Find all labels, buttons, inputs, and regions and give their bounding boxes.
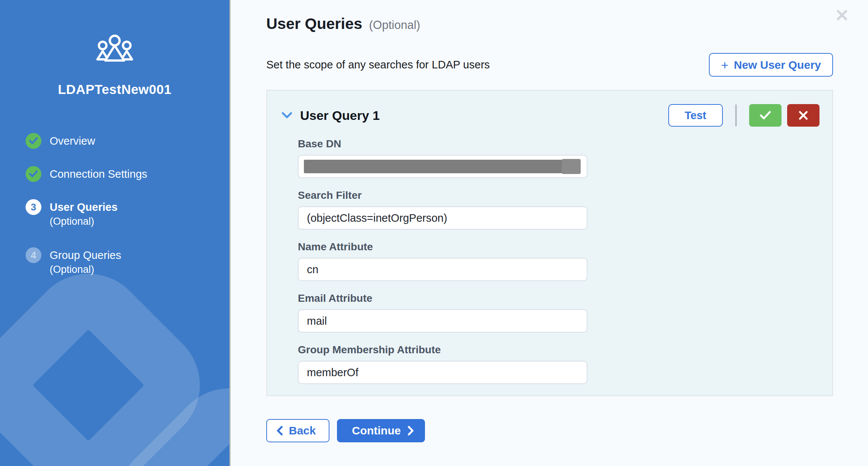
brand-watermark bbox=[0, 256, 231, 466]
back-label: Back bbox=[289, 424, 316, 437]
search-filter-input[interactable]: (objectClass=inetOrgPerson) bbox=[298, 206, 587, 230]
group-membership-attribute-label: Group Membership Attribute bbox=[298, 344, 587, 356]
name-attribute-field: Name Attribute cn bbox=[298, 241, 587, 281]
search-filter-value: (objectClass=inetOrgPerson) bbox=[307, 212, 447, 224]
query-actions: Test bbox=[668, 104, 819, 127]
continue-button[interactable]: Continue bbox=[337, 419, 425, 442]
email-attribute-input[interactable]: mail bbox=[298, 309, 587, 333]
plus-icon: + bbox=[721, 59, 728, 71]
user-query-panel: User Query 1 Test Base DN bbox=[266, 90, 833, 396]
redacted-value-cap bbox=[562, 159, 581, 174]
name-attribute-input[interactable]: cn bbox=[298, 258, 587, 281]
wizard-steps: Overview Connection Settings 3 User Quer… bbox=[26, 133, 229, 276]
sidebar-step-group-queries[interactable]: 4 Group Queries (Optional) bbox=[26, 247, 229, 276]
check-icon bbox=[759, 110, 771, 120]
back-button[interactable]: Back bbox=[266, 419, 329, 442]
step-number-badge: 4 bbox=[26, 247, 41, 263]
close-icon[interactable]: ✕ bbox=[835, 7, 849, 24]
wizard-footer: Back Continue bbox=[266, 419, 833, 442]
page-header: User Queries (Optional) bbox=[266, 15, 833, 33]
page-title: User Queries bbox=[266, 15, 362, 33]
search-filter-label: Search Filter bbox=[298, 189, 587, 201]
new-user-query-button[interactable]: + New User Query bbox=[709, 53, 833, 77]
user-query-panel-header: User Query 1 Test bbox=[267, 91, 832, 127]
connection-name-title: LDAPTestNew001 bbox=[0, 82, 229, 97]
sidebar-step-connection-settings[interactable]: Connection Settings bbox=[26, 166, 229, 182]
step-sublabel: (Optional) bbox=[50, 263, 121, 276]
x-icon bbox=[798, 110, 808, 120]
step-complete-check-icon bbox=[26, 133, 41, 149]
step-label: User Queries bbox=[50, 201, 118, 213]
group-membership-attribute-input[interactable]: memberOf bbox=[298, 361, 587, 384]
accept-query-button[interactable] bbox=[749, 104, 782, 127]
email-attribute-value: mail bbox=[307, 315, 327, 327]
name-attribute-label: Name Attribute bbox=[298, 241, 587, 253]
sidebar-step-overview[interactable]: Overview bbox=[26, 133, 229, 149]
query-fields: Base DN ( Search Filter (objectClass=ine… bbox=[298, 138, 587, 384]
user-query-title: User Query 1 bbox=[300, 108, 380, 123]
base-dn-input[interactable]: ( bbox=[298, 155, 587, 178]
search-filter-field: Search Filter (objectClass=inetOrgPerson… bbox=[298, 189, 587, 230]
base-dn-field: Base DN ( bbox=[298, 138, 587, 178]
wizard-sidebar: LDAPTestNew001 Overview bbox=[0, 0, 231, 466]
chevron-right-icon bbox=[408, 426, 414, 436]
user-queries-page: ✕ User Queries (Optional) Set the scope … bbox=[231, 0, 868, 466]
new-user-query-label: New User Query bbox=[734, 59, 821, 71]
actions-divider bbox=[735, 104, 737, 126]
redacted-value-bar bbox=[304, 160, 581, 173]
step-label: Overview bbox=[50, 135, 95, 147]
base-dn-label: Base DN bbox=[298, 138, 587, 150]
page-subtitle: Set the scope of any searches for LDAP u… bbox=[266, 59, 490, 71]
step-number-badge: 3 bbox=[26, 199, 41, 215]
email-attribute-label: Email Attribute bbox=[298, 292, 587, 304]
step-sublabel: (Optional) bbox=[50, 215, 118, 228]
step-label: Connection Settings bbox=[50, 168, 147, 180]
chevron-left-icon bbox=[277, 426, 283, 436]
step-complete-check-icon bbox=[26, 166, 41, 182]
name-attribute-value: cn bbox=[307, 263, 319, 276]
optional-tag: (Optional) bbox=[369, 18, 420, 32]
email-attribute-field: Email Attribute mail bbox=[298, 292, 587, 333]
group-of-users-icon bbox=[0, 35, 229, 65]
sidebar-step-user-queries[interactable]: 3 User Queries (Optional) bbox=[26, 199, 229, 228]
group-membership-attribute-field: Group Membership Attribute memberOf bbox=[298, 344, 587, 384]
step-label: Group Queries bbox=[50, 249, 121, 261]
group-membership-attribute-value: memberOf bbox=[307, 366, 358, 379]
chevron-down-icon[interactable] bbox=[281, 112, 293, 119]
test-button[interactable]: Test bbox=[668, 104, 723, 127]
continue-label: Continue bbox=[352, 424, 401, 437]
delete-query-button[interactable] bbox=[787, 104, 819, 127]
